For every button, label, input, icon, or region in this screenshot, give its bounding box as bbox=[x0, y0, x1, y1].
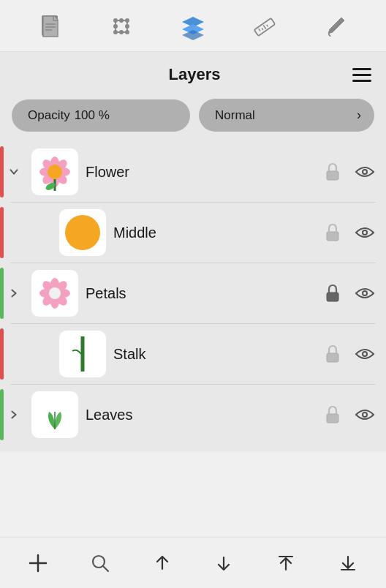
svg-point-30 bbox=[48, 165, 62, 179]
visibility-icon[interactable] bbox=[354, 161, 376, 183]
panel-title: Layers bbox=[169, 65, 221, 84]
svg-point-50 bbox=[363, 292, 366, 295]
move-to-top-button[interactable] bbox=[268, 545, 304, 581]
layer-thumbnail bbox=[31, 270, 78, 317]
svg-rect-58 bbox=[327, 414, 338, 423]
move-down-button[interactable] bbox=[205, 545, 242, 581]
lock-icon[interactable] bbox=[322, 222, 344, 244]
blend-mode-control[interactable]: Normal › bbox=[199, 99, 374, 132]
layer-actions bbox=[322, 222, 376, 244]
svg-point-7 bbox=[125, 18, 129, 23]
add-layer-button[interactable] bbox=[20, 545, 56, 581]
svg-point-55 bbox=[363, 353, 366, 355]
svg-point-13 bbox=[119, 30, 124, 34]
visibility-icon[interactable] bbox=[354, 222, 376, 244]
layer-thumbnail bbox=[59, 209, 106, 256]
expand-button[interactable] bbox=[4, 404, 24, 425]
visibility-icon[interactable] bbox=[354, 404, 376, 426]
opacity-value: 100 % bbox=[75, 108, 110, 123]
layer-actions bbox=[322, 404, 376, 426]
svg-rect-33 bbox=[327, 171, 338, 180]
controls-row: Opacity 100 % Normal › bbox=[0, 94, 386, 142]
svg-marker-16 bbox=[182, 30, 204, 40]
bottom-toolbar bbox=[0, 537, 386, 588]
move-up-button[interactable] bbox=[144, 545, 181, 581]
layer-row: Leaves bbox=[0, 385, 386, 445]
svg-point-35 bbox=[363, 170, 366, 173]
expand-button[interactable] bbox=[4, 283, 24, 304]
top-toolbar bbox=[0, 0, 386, 52]
brush-icon[interactable] bbox=[319, 10, 352, 42]
layer-thumbnail bbox=[31, 391, 78, 438]
lock-icon[interactable] bbox=[322, 404, 344, 426]
svg-point-10 bbox=[119, 18, 124, 23]
svg-point-6 bbox=[113, 18, 118, 23]
layer-name: Flower bbox=[86, 164, 314, 181]
visibility-icon[interactable] bbox=[354, 282, 376, 304]
layer-actions bbox=[322, 161, 376, 183]
svg-point-38 bbox=[363, 231, 366, 234]
svg-rect-48 bbox=[327, 293, 338, 301]
layer-name: Leaves bbox=[86, 407, 314, 423]
move-to-bottom-button[interactable] bbox=[330, 545, 366, 581]
svg-line-18 bbox=[258, 29, 260, 31]
lock-icon[interactable] bbox=[322, 343, 344, 365]
layers-panel: Layers Opacity 100 % Normal › bbox=[0, 52, 386, 452]
svg-point-47 bbox=[49, 287, 61, 299]
svg-point-60 bbox=[363, 413, 366, 416]
chevron-right-icon: › bbox=[357, 108, 361, 123]
layer-row: Middle bbox=[0, 203, 386, 263]
transform-icon[interactable] bbox=[105, 10, 137, 42]
svg-point-12 bbox=[125, 24, 129, 29]
expand-button[interactable] bbox=[4, 162, 24, 182]
document-icon[interactable] bbox=[34, 10, 67, 42]
layer-name: Stalk bbox=[113, 346, 314, 363]
layer-row: Petals bbox=[0, 263, 386, 323]
layer-name: Middle bbox=[113, 225, 314, 241]
layer-name: Petals bbox=[86, 285, 314, 302]
search-button[interactable] bbox=[82, 545, 118, 581]
layer-thumbnail bbox=[31, 148, 78, 195]
panel-header: Layers bbox=[0, 52, 386, 94]
svg-point-8 bbox=[113, 30, 118, 34]
svg-line-19 bbox=[262, 28, 263, 29]
svg-line-21 bbox=[266, 25, 268, 26]
layer-row: Flower bbox=[0, 142, 386, 202]
opacity-label: Opacity bbox=[28, 108, 70, 123]
opacity-control[interactable]: Opacity 100 % bbox=[12, 99, 190, 132]
layer-row: Stalk bbox=[0, 324, 386, 384]
visibility-icon[interactable] bbox=[354, 343, 376, 365]
ruler-icon[interactable] bbox=[249, 10, 281, 42]
svg-line-20 bbox=[263, 26, 265, 29]
blend-mode-label: Normal bbox=[215, 108, 255, 123]
layer-actions bbox=[322, 343, 376, 365]
layers-active-icon[interactable] bbox=[177, 10, 209, 42]
svg-rect-36 bbox=[327, 232, 338, 241]
layer-thumbnail bbox=[59, 331, 106, 377]
lock-icon[interactable] bbox=[322, 282, 344, 304]
svg-point-9 bbox=[125, 30, 129, 34]
menu-icon[interactable] bbox=[352, 68, 371, 82]
layers-list: Flower bbox=[0, 142, 386, 452]
svg-line-64 bbox=[103, 566, 108, 571]
layer-actions bbox=[322, 282, 376, 304]
svg-rect-53 bbox=[327, 353, 338, 362]
lock-icon[interactable] bbox=[322, 161, 344, 183]
svg-point-11 bbox=[113, 24, 118, 29]
